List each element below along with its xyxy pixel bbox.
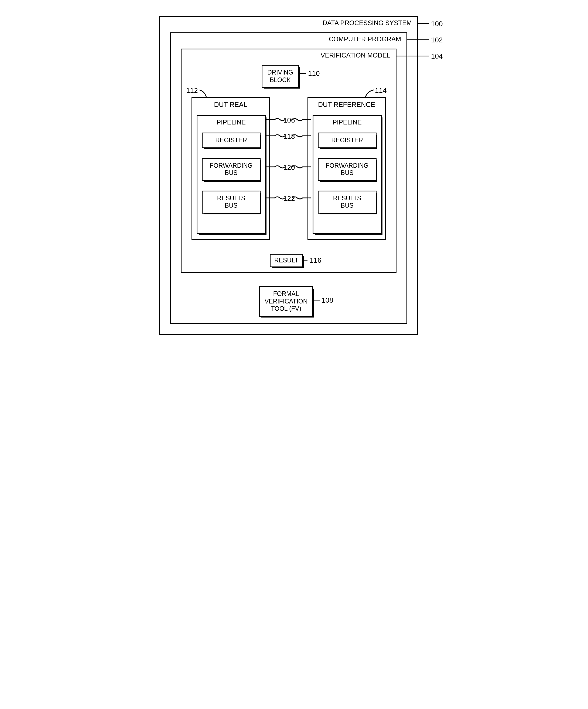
- ref-100: 100: [431, 20, 443, 28]
- dut-ref-title: DUT REFERENCE: [308, 98, 385, 111]
- formal-block: FORMAL VERIFICATION TOOL (FV): [259, 286, 313, 317]
- register-real-label: REGISTER: [202, 133, 260, 148]
- ref-104: 104: [431, 52, 443, 60]
- pipeline-ref: PIPELINE REGISTER FORWARDING BUS RESUL: [313, 115, 381, 234]
- pipeline-real: PIPELINE REGISTER FORWARDING BUS: [197, 115, 264, 234]
- dut-real-title: DUT REAL: [192, 98, 269, 111]
- forwarding-real: FORWARDING BUS: [202, 158, 260, 181]
- pipeline-real-title: PIPELINE: [197, 116, 265, 129]
- system-label: DATA PROCESSING SYSTEM: [304, 19, 412, 27]
- results-ref-label: RESULTS BUS: [318, 191, 376, 213]
- forwarding-ref-label: FORWARDING BUS: [318, 159, 376, 180]
- formal-label: FORMAL VERIFICATION TOOL (FV): [260, 287, 312, 316]
- ref-116: 116: [310, 256, 321, 265]
- result-block: RESULT: [270, 254, 303, 267]
- results-ref: RESULTS BUS: [318, 191, 376, 214]
- forwarding-real-label: FORWARDING BUS: [202, 159, 260, 180]
- results-real-label: RESULTS BUS: [202, 191, 260, 213]
- ref-102: 102: [431, 36, 443, 44]
- ref-112-connector: [196, 88, 212, 99]
- driving-label: DRIVING BLOCK: [262, 65, 298, 87]
- ref-112: 112: [186, 86, 198, 95]
- model-label: VERIFICATION MODEL: [309, 52, 390, 59]
- verification-diagram: DATA PROCESSING SYSTEM 100 COMPUTER PROG…: [159, 16, 429, 340]
- ref-110: 110: [308, 70, 319, 78]
- ref-120: 120: [283, 163, 295, 172]
- ref-108: 108: [321, 296, 333, 305]
- register-ref: REGISTER: [318, 133, 376, 148]
- dut-real: DUT REAL PIPELINE REGISTER FORWARDING BU…: [192, 97, 270, 240]
- ref-122: 122: [283, 194, 295, 203]
- result-label: RESULT: [271, 255, 302, 266]
- forwarding-ref: FORWARDING BUS: [318, 158, 376, 181]
- driving-block: DRIVING BLOCK: [262, 65, 299, 88]
- ref-118: 118: [283, 132, 295, 141]
- register-real: REGISTER: [202, 133, 260, 148]
- ref-114: 114: [375, 86, 387, 95]
- results-real: RESULTS BUS: [202, 191, 260, 214]
- ref-106: 106: [283, 116, 295, 125]
- dut-reference: DUT REFERENCE PIPELINE REGISTER FORWARDI…: [307, 97, 386, 240]
- pipeline-ref-title: PIPELINE: [313, 116, 381, 129]
- program-label: COMPUTER PROGRAM: [320, 35, 401, 43]
- register-ref-label: REGISTER: [318, 133, 376, 148]
